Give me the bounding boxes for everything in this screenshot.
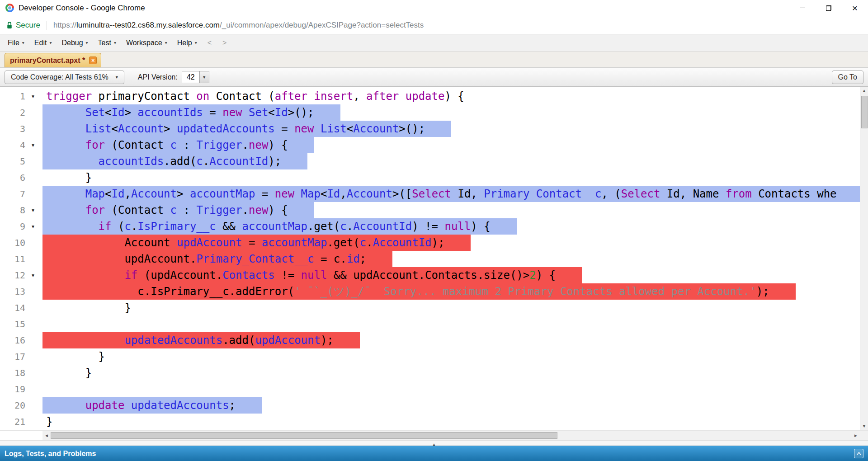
code-token: = bbox=[255, 188, 274, 200]
chrome-logo-icon bbox=[5, 4, 14, 12]
menu-label: Edit bbox=[34, 39, 47, 47]
minimize-button[interactable] bbox=[789, 0, 816, 16]
line-number[interactable]: 4 bbox=[0, 137, 25, 153]
code-coverage-dropdown[interactable]: Code Coverage: All Tests 61% ▾ bbox=[5, 71, 124, 84]
panel-resize-handle[interactable]: ▲ bbox=[0, 440, 868, 446]
vertical-scrollbar-thumb[interactable] bbox=[861, 96, 868, 128]
line-number[interactable]: 21 bbox=[0, 414, 25, 430]
fold-spacer bbox=[25, 414, 41, 430]
api-version-select[interactable]: 42 ▼ bbox=[182, 71, 209, 83]
code-text[interactable]: c.IsPrimary__c.addError(' ¯`_(ツ)_/¯ Sorr… bbox=[42, 283, 860, 300]
line-number[interactable]: 12 bbox=[0, 267, 25, 283]
code-text[interactable]: accountIds.add(c.AccountId); bbox=[42, 153, 860, 169]
fold-spacer bbox=[25, 153, 41, 169]
line-number[interactable]: 11 bbox=[0, 251, 25, 267]
code-line: 3 List<Account> updatedAccounts = new Li… bbox=[0, 121, 860, 137]
horizontal-scrollbar-thumb[interactable] bbox=[51, 432, 557, 439]
expand-panel-button[interactable] bbox=[854, 449, 863, 458]
code-text[interactable]: for (Contact c : Trigger.new) { bbox=[42, 202, 860, 218]
line-number[interactable]: 19 bbox=[0, 381, 25, 397]
code-text[interactable]: Set<Id> accountIds = new Set<Id>(); bbox=[42, 104, 860, 121]
scroll-left-icon[interactable]: ◄ bbox=[42, 433, 51, 438]
line-number[interactable]: 2 bbox=[0, 104, 25, 121]
code-text[interactable]: for (Contact c : Trigger.new) { bbox=[42, 137, 860, 153]
gutter: 4▾ bbox=[0, 137, 42, 153]
line-number[interactable]: 15 bbox=[0, 316, 25, 332]
code-text[interactable]: updatedAccounts.add(updAccount); bbox=[42, 332, 860, 348]
nav-back-button[interactable]: < bbox=[202, 39, 217, 47]
code-token: new bbox=[249, 204, 268, 216]
line-number[interactable]: 10 bbox=[0, 235, 25, 251]
menu-label: File bbox=[8, 39, 19, 47]
menu-help[interactable]: Help▾ bbox=[172, 39, 202, 47]
line-number[interactable]: 9 bbox=[0, 218, 25, 235]
fold-spacer bbox=[25, 283, 41, 300]
secure-lock-icon[interactable] bbox=[6, 21, 13, 29]
fold-spacer bbox=[25, 186, 41, 202]
code-text[interactable]: Account updAccount = accountMap.get(c.Ac… bbox=[42, 235, 860, 251]
code-text[interactable] bbox=[42, 381, 860, 397]
code-token: on bbox=[196, 90, 209, 103]
code-token bbox=[46, 155, 99, 168]
code-text[interactable]: if (c.IsPrimary__c && accountMap.get(c.A… bbox=[42, 218, 860, 235]
scroll-up-icon[interactable]: ▲ bbox=[862, 87, 867, 95]
code-token: } bbox=[46, 367, 92, 379]
fold-arrow-icon[interactable]: ▾ bbox=[25, 267, 41, 283]
line-number[interactable]: 13 bbox=[0, 283, 25, 300]
code-token bbox=[46, 139, 85, 151]
close-button[interactable]: × bbox=[842, 0, 868, 16]
line-number[interactable]: 8 bbox=[0, 202, 25, 218]
code-token: Select bbox=[412, 188, 451, 200]
scroll-down-icon[interactable]: ▼ bbox=[862, 422, 867, 430]
code-text[interactable]: } bbox=[42, 169, 860, 186]
address-input[interactable]: https://luminultra--test02.cs68.my.sales… bbox=[53, 21, 424, 30]
line-number[interactable]: 17 bbox=[0, 348, 25, 365]
nav-forward-button[interactable]: > bbox=[217, 39, 232, 47]
fold-arrow-icon[interactable]: ▾ bbox=[25, 218, 41, 235]
coverage-highlight-uncovered: updAccount.Primary_Contact__c = c.id; bbox=[42, 251, 392, 267]
code-text[interactable]: Map<Id,Account> accountMap = new Map<Id,… bbox=[42, 186, 860, 202]
menu-test[interactable]: Test▾ bbox=[93, 39, 121, 47]
code-text[interactable]: update updatedAccounts; bbox=[42, 397, 860, 414]
line-number[interactable]: 18 bbox=[0, 365, 25, 381]
coverage-highlight-uncovered: if (updAccount.Contacts != null && updAc… bbox=[42, 267, 582, 283]
horizontal-scrollbar-track[interactable]: ◄ ► bbox=[42, 431, 860, 440]
code-text[interactable] bbox=[42, 316, 860, 332]
code-token: < bbox=[105, 188, 111, 200]
gutter: 5 bbox=[0, 153, 42, 169]
goto-button[interactable]: Go To bbox=[832, 71, 863, 84]
fold-arrow-icon[interactable]: ▾ bbox=[25, 137, 41, 153]
code-text[interactable]: updAccount.Primary_Contact__c = c.id; bbox=[42, 251, 860, 267]
vertical-scrollbar[interactable]: ▲ ▼ bbox=[860, 87, 868, 430]
code-text[interactable]: List<Account> updatedAccounts = new List… bbox=[42, 121, 860, 137]
code-token: . bbox=[242, 139, 249, 151]
tab-primarycontact-apxt[interactable]: primaryContact.apxt * × bbox=[5, 53, 101, 67]
fold-arrow-icon[interactable]: ▾ bbox=[25, 202, 41, 218]
line-number[interactable]: 14 bbox=[0, 300, 25, 316]
logs-panel-header[interactable]: Logs, Tests, and Problems bbox=[0, 446, 868, 461]
menu-file[interactable]: File▾ bbox=[3, 39, 29, 47]
code-text[interactable]: trigger primaryContact on Contact (after… bbox=[42, 88, 860, 104]
menu-edit[interactable]: Edit▾ bbox=[29, 39, 57, 47]
menu-workspace[interactable]: Workspace▾ bbox=[121, 39, 172, 47]
line-number[interactable]: 20 bbox=[0, 397, 25, 414]
fold-arrow-icon[interactable]: ▾ bbox=[25, 88, 41, 104]
restore-button[interactable] bbox=[816, 0, 842, 16]
line-number[interactable]: 1 bbox=[0, 88, 25, 104]
code-text[interactable]: } bbox=[42, 414, 860, 430]
code-text[interactable]: if (updAccount.Contacts != null && updAc… bbox=[42, 267, 860, 283]
code-token: < bbox=[105, 106, 111, 119]
code-line: 1▾trigger primaryContact on Contact (aft… bbox=[0, 88, 860, 104]
line-number[interactable]: 16 bbox=[0, 332, 25, 348]
code-text[interactable]: } bbox=[42, 365, 860, 381]
line-number[interactable]: 3 bbox=[0, 121, 25, 137]
line-number[interactable]: 7 bbox=[0, 186, 25, 202]
menu-debug[interactable]: Debug▾ bbox=[57, 39, 93, 47]
scroll-right-icon[interactable]: ► bbox=[852, 433, 860, 438]
tab-close-button[interactable]: × bbox=[89, 56, 97, 64]
line-number[interactable]: 6 bbox=[0, 169, 25, 186]
line-number[interactable]: 5 bbox=[0, 153, 25, 169]
horizontal-scrollbar[interactable]: ◄ ► bbox=[0, 430, 868, 440]
code-text[interactable]: } bbox=[42, 348, 860, 365]
code-text[interactable]: } bbox=[42, 300, 860, 316]
